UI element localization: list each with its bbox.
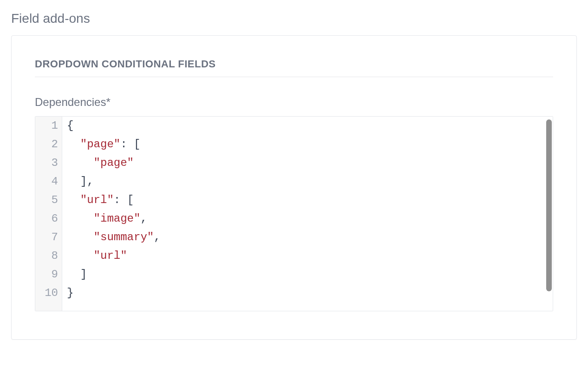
line-number: 8 — [41, 247, 58, 265]
token-string: "image" — [94, 212, 141, 225]
token-punct — [67, 212, 94, 225]
token-string: "summary" — [94, 231, 154, 243]
line-number: 7 — [41, 228, 58, 247]
line-number: 1 — [41, 117, 58, 135]
token-string: "url" — [80, 194, 114, 206]
token-punct — [67, 157, 94, 169]
code-line[interactable]: "url" — [67, 247, 553, 265]
field-label: Dependencies* — [35, 96, 553, 109]
token-string: "page" — [80, 138, 120, 151]
token-punct — [67, 250, 94, 262]
token-punct — [67, 194, 80, 206]
line-number: 6 — [41, 210, 58, 228]
card: DROPDOWN CONDITIONAL FIELDS Dependencies… — [11, 35, 577, 340]
code-line[interactable]: "page": [ — [67, 135, 553, 154]
token-punct: } — [67, 287, 73, 299]
line-number: 2 — [41, 135, 58, 154]
token-punct: , — [154, 231, 160, 243]
line-number: 3 — [41, 154, 58, 172]
token-punct — [67, 138, 80, 151]
code-line[interactable]: { — [67, 117, 553, 135]
code-line[interactable]: "url": [ — [67, 191, 553, 210]
line-number: 9 — [41, 265, 58, 284]
section-header: DROPDOWN CONDITIONAL FIELDS — [35, 58, 553, 77]
code-line[interactable]: "image", — [67, 210, 553, 228]
code-editor[interactable]: 12345678910 { "page": [ "page" ], "url":… — [35, 116, 553, 311]
token-punct: , — [140, 212, 147, 225]
scrollbar-thumb[interactable] — [546, 119, 552, 291]
token-punct: : [ — [114, 194, 134, 206]
code-line[interactable]: "summary", — [67, 228, 553, 247]
code-line[interactable]: ], — [67, 172, 553, 191]
code-line[interactable]: ] — [67, 265, 553, 284]
page-title: Field add-ons — [11, 11, 577, 26]
token-punct: ], — [67, 175, 94, 188]
code-line[interactable]: "page" — [67, 154, 553, 172]
token-string: "url" — [94, 250, 127, 262]
code-line[interactable]: } — [67, 284, 553, 302]
token-string: "page" — [94, 157, 134, 169]
code-gutter: 12345678910 — [35, 117, 62, 311]
line-number: 5 — [41, 191, 58, 210]
line-number: 4 — [41, 172, 58, 191]
token-punct: ] — [67, 268, 87, 281]
code-area[interactable]: { "page": [ "page" ], "url": [ "image", … — [62, 117, 553, 311]
token-punct: : [ — [120, 138, 140, 151]
token-punct — [67, 231, 94, 243]
token-punct: { — [67, 119, 73, 132]
line-number: 10 — [41, 284, 58, 302]
